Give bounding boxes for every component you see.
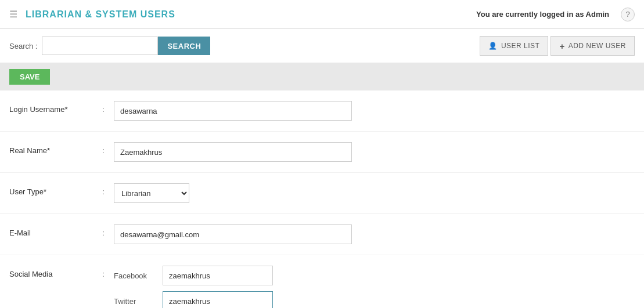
user-info-prefix: You are currently logged in as xyxy=(476,10,586,19)
colon-5: : xyxy=(102,266,114,278)
question-icon: ? xyxy=(625,10,629,19)
add-new-user-button[interactable]: + ADD NEW USER xyxy=(551,36,635,56)
save-bar: SAVE xyxy=(0,63,644,90)
colon-1: : xyxy=(102,101,114,114)
user-type-select[interactable]: Librarian Admin Member xyxy=(114,183,189,203)
email-row: E-Mail : xyxy=(0,214,644,255)
social-media-control: Facebook Twitter xyxy=(114,266,635,308)
real-name-label: Real Name* xyxy=(9,142,102,155)
user-name: Admin xyxy=(586,10,609,19)
facebook-row: Facebook xyxy=(114,266,635,285)
page-title: LIBRARIAN & SYSTEM USERS xyxy=(26,9,476,20)
user-type-label: User Type* xyxy=(9,183,102,196)
user-icon: 👤 xyxy=(488,42,498,50)
plus-icon: + xyxy=(559,41,564,51)
toolbar: Search : SEARCH 👤 USER LIST + ADD NEW US… xyxy=(0,29,644,63)
login-username-input[interactable] xyxy=(114,101,352,121)
twitter-input[interactable] xyxy=(163,291,273,308)
search-label: Search : xyxy=(9,42,37,50)
login-username-row: Login Username* : xyxy=(0,90,644,132)
twitter-row: Twitter xyxy=(114,291,635,308)
email-label: E-Mail xyxy=(9,224,102,237)
social-media-label: Social Media xyxy=(9,266,102,278)
help-button[interactable]: ? xyxy=(621,8,635,21)
email-control xyxy=(114,224,635,244)
facebook-input[interactable] xyxy=(163,266,273,285)
user-info: You are currently logged in as Admin xyxy=(476,10,609,19)
real-name-input[interactable] xyxy=(114,142,352,162)
menu-icon[interactable]: ☰ xyxy=(9,9,17,20)
search-button[interactable]: SEARCH xyxy=(158,37,210,55)
colon-2: : xyxy=(102,142,114,155)
form-container: Login Username* : Real Name* : User Type… xyxy=(0,90,644,308)
social-media-row: Social Media : Facebook Twitter xyxy=(0,255,644,308)
save-button[interactable]: SAVE xyxy=(9,69,50,85)
colon-4: : xyxy=(102,224,114,237)
header: ☰ LIBRARIAN & SYSTEM USERS You are curre… xyxy=(0,0,644,29)
real-name-control xyxy=(114,142,635,162)
login-username-control xyxy=(114,101,635,121)
user-list-button[interactable]: 👤 USER LIST xyxy=(480,36,548,56)
social-fields: Facebook Twitter xyxy=(114,266,635,308)
twitter-label: Twitter xyxy=(114,297,154,306)
toolbar-right-actions: 👤 USER LIST + ADD NEW USER xyxy=(480,36,635,56)
facebook-label: Facebook xyxy=(114,271,154,280)
login-username-label: Login Username* xyxy=(9,101,102,114)
real-name-row: Real Name* : xyxy=(0,132,644,173)
user-list-label: USER LIST xyxy=(501,42,540,50)
search-input[interactable] xyxy=(42,37,158,55)
add-new-user-label: ADD NEW USER xyxy=(569,42,626,50)
email-input[interactable] xyxy=(114,224,352,244)
user-type-control: Librarian Admin Member xyxy=(114,183,635,203)
user-type-row: User Type* : Librarian Admin Member xyxy=(0,173,644,214)
colon-3: : xyxy=(102,183,114,196)
